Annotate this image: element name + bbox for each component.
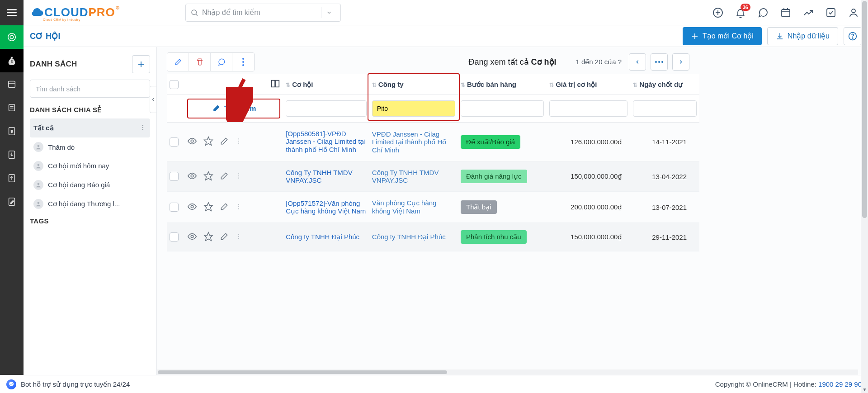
rail-dashboard-button[interactable] xyxy=(0,25,24,49)
filter-date-input[interactable] xyxy=(633,100,697,117)
filter-stage-input[interactable] xyxy=(461,100,544,117)
analytics-button[interactable] xyxy=(802,6,815,19)
profile-button[interactable] xyxy=(847,6,860,19)
row-view-button[interactable] xyxy=(187,202,197,213)
list-item[interactable]: Thăm dò xyxy=(30,137,150,156)
row-view-button[interactable] xyxy=(187,136,197,147)
messages-button[interactable] xyxy=(757,6,769,19)
row-select-checkbox[interactable] xyxy=(170,137,179,147)
rail-module-a-button[interactable] xyxy=(0,72,24,96)
list-search[interactable] xyxy=(30,80,150,98)
close-date: 13-07-2021 xyxy=(630,192,699,223)
company-link[interactable]: Công ty TNHH Đại Phúc xyxy=(372,233,446,241)
row-select-checkbox[interactable] xyxy=(170,203,179,212)
column-layout-button[interactable] xyxy=(270,79,280,90)
chart-icon xyxy=(803,7,814,18)
row-view-button[interactable] xyxy=(187,171,197,182)
rail-opportunities-button[interactable]: $ xyxy=(0,49,24,72)
rail-invoice-button[interactable]: $ xyxy=(0,119,24,143)
tasks-button[interactable] xyxy=(825,6,837,19)
close-date: 13-04-2022 xyxy=(630,161,699,192)
column-header-stage[interactable]: ⇅Bước bán hàng xyxy=(458,74,547,95)
rail-module-b-button[interactable] xyxy=(0,96,24,119)
page-prev-button[interactable] xyxy=(629,53,646,71)
rail-edit-doc-button[interactable] xyxy=(0,190,24,213)
row-view-button[interactable] xyxy=(187,232,197,243)
list-item[interactable]: Cơ hội mới hôm nay xyxy=(30,156,150,175)
rail-upload-button[interactable] xyxy=(0,166,24,190)
company-link[interactable]: Văn phòng Cục hàng không Việt Nam xyxy=(372,199,437,215)
import-data-button[interactable]: Nhập dữ liệu xyxy=(767,27,838,45)
calendar-button[interactable] xyxy=(779,6,792,19)
list-item[interactable]: Cơ hội đang Báo giá xyxy=(30,175,150,194)
hotline-link[interactable]: 1900 29 29 90 xyxy=(818,380,862,388)
rail-download-button[interactable] xyxy=(0,143,24,166)
hscroll-thumb[interactable] xyxy=(158,370,447,374)
row-more-button[interactable] xyxy=(235,233,242,241)
bulk-comment-button[interactable] xyxy=(211,53,232,71)
bulk-edit-button[interactable] xyxy=(167,53,189,71)
row-star-button[interactable] xyxy=(203,232,213,243)
page-next-button[interactable] xyxy=(672,53,689,71)
row-more-button[interactable] xyxy=(235,137,242,146)
list-search-input[interactable] xyxy=(36,80,144,97)
list-panel-heading: DANH SÁCH xyxy=(30,60,77,69)
row-more-button[interactable] xyxy=(235,172,242,181)
content-heading: Đang xem tất cả Cơ hội xyxy=(468,57,556,67)
add-list-button[interactable] xyxy=(132,55,150,73)
opportunity-name-link[interactable]: Công Ty TNHH TMDV VNPAY.JSC xyxy=(286,169,353,184)
chevron-down-icon[interactable] xyxy=(326,9,332,16)
row-edit-button[interactable] xyxy=(220,137,229,147)
svg-point-61 xyxy=(191,205,193,208)
list-item-more-button[interactable] xyxy=(139,124,146,133)
hamburger-menu-button[interactable] xyxy=(0,0,24,25)
notifications-button[interactable]: 36 xyxy=(734,6,747,19)
opportunity-name-link[interactable]: Công ty TNHH Đại Phúc xyxy=(286,233,359,241)
select-all-checkbox[interactable] xyxy=(170,80,179,89)
opportunity-name-link[interactable]: [Opp580581]-VPĐD Janssen - Cilag Limited… xyxy=(286,130,366,153)
filter-value-input[interactable] xyxy=(549,100,627,117)
row-more-button[interactable] xyxy=(235,203,242,212)
search-column-trigger[interactable]: Tìm kiếm xyxy=(187,99,280,118)
list-item-all[interactable]: Tất cả xyxy=(30,118,150,137)
company-link[interactable]: Công Ty TNHH TMDV VNPAY.JSC xyxy=(372,169,439,184)
column-header-closedate[interactable]: ⇅Ngày chốt dự xyxy=(630,74,699,95)
bulk-more-button[interactable] xyxy=(232,53,254,71)
eye-icon xyxy=(187,232,197,241)
create-opportunity-button[interactable]: Tạo mới Cơ hội xyxy=(683,27,762,45)
scrollbar-thumb[interactable] xyxy=(862,1,867,218)
row-actions xyxy=(187,202,280,213)
brand-logo[interactable]: CLOUD PRO® xyxy=(29,5,115,19)
svg-point-65 xyxy=(238,208,239,209)
page-more-button[interactable] xyxy=(651,53,668,71)
column-header-opportunity[interactable]: ⇅Cơ hội xyxy=(283,74,369,95)
opportunity-name-link[interactable]: [Opp571572]-Văn phòng Cục hàng không Việ… xyxy=(286,199,366,215)
filter-company-input[interactable] xyxy=(372,100,455,117)
user-placeholder-icon xyxy=(33,161,43,171)
row-star-button[interactable] xyxy=(203,136,213,147)
row-edit-button[interactable] xyxy=(220,171,229,182)
table-horizontal-scrollbar[interactable] xyxy=(157,369,858,375)
row-edit-button[interactable] xyxy=(220,232,229,242)
help-button[interactable] xyxy=(844,27,862,45)
table-row: [Opp571572]-Văn phòng Cục hàng không Việ… xyxy=(167,192,699,223)
column-header-company[interactable]: ⇅Công ty xyxy=(369,74,458,95)
collapse-panel-button[interactable] xyxy=(150,86,157,113)
row-edit-button[interactable] xyxy=(220,202,229,213)
column-header-value[interactable]: ⇅Giá trị cơ hội xyxy=(547,74,630,95)
row-star-button[interactable] xyxy=(203,171,213,182)
list-item[interactable]: Cơ hội đang Thương l... xyxy=(30,194,150,213)
row-star-button[interactable] xyxy=(203,202,213,213)
global-search[interactable] xyxy=(185,4,341,22)
messenger-icon[interactable] xyxy=(6,379,16,389)
filter-opportunity-input[interactable] xyxy=(286,100,367,117)
create-button[interactable] xyxy=(712,6,724,19)
row-select-checkbox[interactable] xyxy=(170,172,179,181)
window-scrollbar[interactable]: ▲ ▼ xyxy=(861,0,868,393)
svg-point-46 xyxy=(655,61,657,63)
row-select-checkbox[interactable] xyxy=(170,232,179,241)
download-icon xyxy=(776,32,784,40)
bulk-delete-button[interactable] xyxy=(189,53,211,71)
global-search-input[interactable] xyxy=(202,9,316,17)
company-link[interactable]: VPĐD Janssen - Cilag Limited tại thành p… xyxy=(372,130,447,154)
